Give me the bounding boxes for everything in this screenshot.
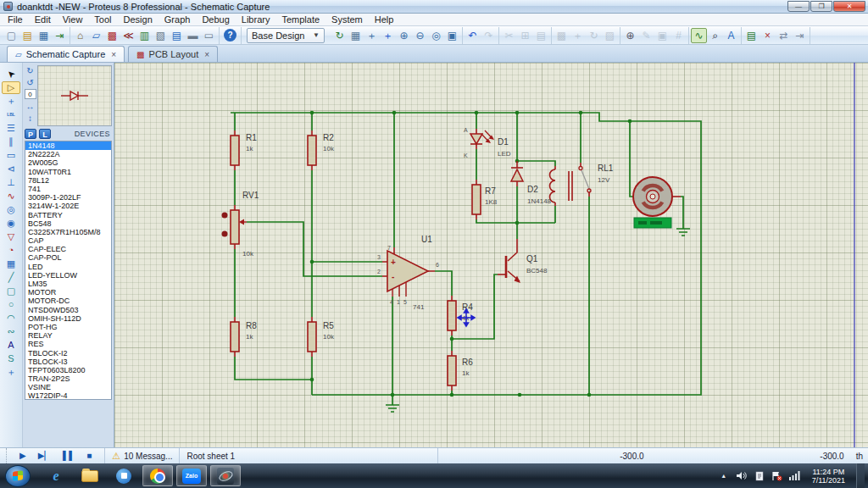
menu-item[interactable]: Template: [275, 14, 326, 25]
exit-sheet-icon[interactable]: ⇥: [792, 28, 808, 43]
pick-parts-icon[interactable]: ⊕: [622, 28, 638, 43]
taskbar-file-explorer[interactable]: [75, 465, 105, 486]
close-button[interactable]: ✕: [833, 1, 865, 12]
device-list-item[interactable]: 1N4148: [25, 141, 111, 150]
text-script-icon[interactable]: ☰: [2, 122, 20, 135]
rotate-cw-button[interactable]: ↻: [25, 65, 36, 75]
device-list-item[interactable]: 741: [25, 185, 111, 193]
device-list-item[interactable]: 2W005G: [25, 158, 111, 167]
2d-circle-icon[interactable]: ○: [2, 298, 20, 311]
device-list-item[interactable]: CAP-POL: [25, 253, 111, 262]
hidden-icons-chevron[interactable]: ▲: [718, 470, 730, 482]
pick-devices-button[interactable]: P: [25, 129, 36, 139]
refresh-display-icon[interactable]: ↻: [331, 28, 348, 43]
menu-item[interactable]: Debug: [196, 14, 235, 25]
schematic-canvas[interactable]: + - 3 2 6 7 4 1 5 A K: [114, 63, 868, 447]
graph-mode-icon[interactable]: ∿: [2, 190, 20, 202]
zoom-all-icon[interactable]: ◎: [428, 28, 444, 43]
taskbar-proteus[interactable]: [210, 465, 241, 486]
design-selector-dropdown[interactable]: Base Design ▼: [247, 28, 325, 43]
device-list-item[interactable]: LED-YELLOW: [25, 271, 111, 280]
device-list-item[interactable]: 3009P-1-202LF: [25, 193, 111, 202]
device-list-item[interactable]: 2N2222A: [25, 150, 111, 158]
library-manager-button[interactable]: L: [39, 129, 51, 139]
pan-icon[interactable]: ＋: [380, 28, 396, 43]
property-assignment-icon[interactable]: A: [723, 28, 739, 43]
start-button[interactable]: [5, 465, 31, 487]
orientation-field[interactable]: 0: [25, 89, 36, 99]
generator-mode-icon[interactable]: ◉: [2, 217, 20, 230]
wire-autorouter-icon[interactable]: ∿: [691, 28, 707, 43]
zoom-in-icon[interactable]: ⊕: [396, 28, 412, 43]
virtual-instrument-icon[interactable]: ▦: [2, 258, 20, 270]
search-tag-icon[interactable]: ⌕: [707, 28, 723, 43]
3d-viewer-icon[interactable]: ▧: [153, 28, 169, 43]
subcircuit-icon[interactable]: ▭: [2, 149, 20, 162]
schematic-capture-icon[interactable]: ▱: [88, 28, 104, 43]
menu-item[interactable]: Design: [118, 14, 159, 25]
block-move-icon[interactable]: ＋: [570, 28, 586, 43]
device-list-item[interactable]: POT-HG: [25, 323, 111, 331]
import-project-icon[interactable]: ⇥: [52, 28, 68, 43]
2d-box-icon[interactable]: ▢: [2, 285, 20, 297]
taskbar-internet-explorer[interactable]: e: [41, 465, 71, 486]
make-device-icon[interactable]: ✎: [638, 28, 654, 43]
device-list-item[interactable]: CAP: [25, 236, 111, 245]
device-list-item[interactable]: NTSD0WD503: [25, 306, 111, 314]
menu-item[interactable]: Edit: [29, 14, 57, 25]
pause-button[interactable]: ▌▌: [63, 452, 75, 460]
block-rotate-icon[interactable]: ↻: [586, 28, 602, 43]
action-center-flag-icon[interactable]: [771, 470, 783, 482]
save-icon[interactable]: ▦: [36, 28, 52, 43]
zoom-out-icon[interactable]: ⊖: [412, 28, 428, 43]
volume-icon[interactable]: [736, 470, 748, 482]
menu-item[interactable]: View: [57, 14, 89, 25]
redo-icon[interactable]: ↷: [481, 28, 497, 43]
device-list-item[interactable]: OMIH-SH-112D: [25, 314, 111, 323]
device-list-item[interactable]: TBLOCK-I2: [25, 349, 111, 358]
2d-arc-icon[interactable]: ◠: [2, 312, 20, 324]
bom-icon[interactable]: ▤: [169, 28, 185, 43]
device-list-item[interactable]: TBLOCK-I3: [25, 358, 111, 366]
close-icon[interactable]: ×: [203, 50, 209, 59]
component-rv1[interactable]: [222, 205, 248, 249]
pot-increment-button[interactable]: [222, 213, 228, 219]
remove-sheet-icon[interactable]: ×: [760, 28, 776, 43]
component-rl1[interactable]: [550, 163, 592, 206]
component-d2[interactable]: [511, 161, 523, 186]
device-list-item[interactable]: RES: [25, 340, 111, 348]
device-list-item[interactable]: RELAY: [25, 331, 111, 340]
electrical-rule-check-icon[interactable]: ▬: [185, 28, 201, 43]
current-probe-icon[interactable]: ◔: [2, 244, 20, 257]
component-d1[interactable]: A K: [464, 127, 494, 158]
2d-line-icon[interactable]: ╱: [2, 271, 20, 284]
new-sheet-icon[interactable]: ▤: [743, 28, 760, 43]
device-pin-icon[interactable]: ⊥: [2, 176, 20, 189]
menu-item[interactable]: Tool: [88, 14, 117, 25]
device-list-item[interactable]: LM35: [25, 280, 111, 288]
design-explorer-icon[interactable]: ▥: [136, 28, 153, 43]
home-icon[interactable]: ⌂: [72, 28, 88, 43]
device-list-item[interactable]: C3225X7R1H105M/8: [25, 228, 111, 236]
grid-toggle-icon[interactable]: ▦: [348, 28, 364, 43]
device-list-item[interactable]: LED: [25, 263, 111, 271]
goto-sheet-icon[interactable]: ⇄: [776, 28, 792, 43]
copy-icon[interactable]: ⊞: [517, 28, 533, 43]
gerber-viewer-icon[interactable]: ≪: [120, 28, 136, 43]
taskbar-chrome[interactable]: [142, 465, 173, 486]
close-icon[interactable]: ×: [109, 50, 116, 59]
menu-item[interactable]: Graph: [159, 14, 197, 25]
zoom-area-icon[interactable]: ▣: [444, 28, 460, 43]
mirror-v-button[interactable]: ↕: [25, 113, 36, 123]
bus-icon[interactable]: ∥: [2, 136, 20, 148]
decompose-icon[interactable]: #: [670, 28, 687, 43]
junction-dot-icon[interactable]: ＋: [2, 95, 20, 108]
taskbar-clock[interactable]: 11:24 PM 7/11/2021: [807, 468, 850, 485]
block-copy-icon[interactable]: ▩: [554, 28, 570, 43]
2d-text-icon[interactable]: A: [2, 339, 20, 352]
tab-pcb-layout[interactable]: ▩ PCB Layout ×: [128, 46, 218, 62]
2d-path-icon[interactable]: ∾: [2, 325, 20, 338]
play-button[interactable]: ▶: [19, 452, 26, 460]
message-panel[interactable]: ⚠ 10 Messag...: [105, 448, 180, 463]
taskbar-zalo[interactable]: Zalo: [176, 465, 207, 486]
